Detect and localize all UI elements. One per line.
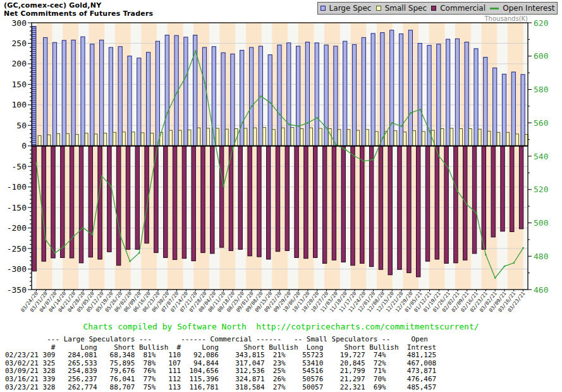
bar-large-spec [231, 54, 235, 145]
open-interest-marker [420, 109, 421, 110]
bar-commercial [126, 146, 130, 250]
left-axis-label: -350 [7, 285, 27, 295]
cot-chart: 300250200150100500-50-100-150-200-250-30… [0, 0, 562, 321]
bar-commercial [295, 146, 298, 258]
table-row: 03/16/21 339 256,237 76,041 77% 112 115,… [5, 376, 436, 384]
left-axis-label: -150 [7, 203, 27, 212]
left-axis-label: 100 [12, 100, 27, 109]
open-interest-marker [45, 239, 46, 240]
bar-small-spec [123, 132, 126, 146]
bar-large-spec [156, 41, 159, 146]
bar-small-spec [506, 132, 510, 145]
open-interest-marker [148, 195, 149, 197]
bar-small-spec [338, 130, 341, 146]
bar-large-spec [437, 44, 441, 146]
bar-commercial [398, 146, 401, 269]
bar-commercial [491, 146, 495, 237]
bar-small-spec [310, 128, 313, 146]
bar-commercial [417, 146, 420, 277]
bar-small-spec [375, 132, 378, 146]
right-axis-label: 580 [534, 85, 548, 94]
open-interest-marker [54, 252, 56, 254]
bar-small-spec [38, 136, 41, 146]
bar-small-spec [347, 130, 350, 146]
bar-large-spec [287, 43, 291, 146]
bar-large-spec [484, 58, 487, 146]
bar-large-spec [343, 41, 347, 146]
bar-commercial [425, 146, 429, 261]
bar-small-spec [291, 128, 294, 146]
open-interest-marker [251, 106, 252, 107]
bar-large-spec [390, 30, 394, 146]
bar-commercial [482, 146, 486, 250]
right-axis-label: 600 [534, 51, 548, 61]
bar-small-spec [216, 128, 219, 146]
open-interest-marker [475, 212, 477, 214]
bar-large-spec [100, 40, 104, 146]
bar-large-spec [137, 58, 141, 146]
bar-large-spec [446, 39, 450, 146]
bar-large-spec [118, 47, 122, 146]
bar-small-spec [357, 130, 360, 146]
footer-link[interactable]: http://cotpricecharts.com/commitmentscur… [256, 322, 479, 331]
left-axis-label: 200 [12, 59, 27, 68]
bar-commercial [360, 146, 364, 264]
bar-large-spec [455, 39, 459, 145]
bar-commercial [369, 146, 373, 267]
open-interest-marker [335, 144, 336, 145]
bar-large-spec [305, 42, 309, 146]
bar-small-spec [104, 133, 107, 146]
left-axis-label: -50 [12, 162, 27, 171]
bar-commercial [107, 146, 111, 252]
open-interest-marker [401, 125, 402, 126]
table-group-header-row: --- Large Speculators --- ------ Commerc… [5, 336, 436, 344]
bar-commercial [435, 146, 439, 259]
left-axis-label: 150 [12, 80, 27, 89]
table-row: 03/23/21 328 262,774 88,707 75% 113 116,… [5, 384, 436, 392]
left-axis-label: -200 [7, 223, 27, 233]
bar-commercial [32, 146, 36, 271]
bar-small-spec [319, 128, 322, 146]
bar-commercial [501, 146, 504, 231]
bar-small-spec [57, 133, 60, 146]
bar-commercial [257, 146, 261, 257]
open-interest-marker [504, 266, 505, 267]
bar-commercial [314, 146, 317, 258]
bar-large-spec [381, 33, 384, 146]
footer-text: Charts compiled by Software North [83, 322, 256, 331]
bar-commercial [267, 146, 271, 259]
open-interest-marker [120, 235, 121, 236]
bar-large-spec [109, 47, 113, 146]
bar-commercial [145, 146, 149, 243]
bar-commercial [379, 146, 382, 269]
bar-small-spec [47, 135, 51, 146]
bar-commercial [472, 146, 476, 254]
bar-commercial [238, 146, 242, 250]
bar-large-spec [90, 44, 94, 146]
bar-large-spec [521, 75, 525, 146]
bar-small-spec [272, 130, 276, 146]
bar-commercial [61, 146, 64, 258]
open-interest-marker [494, 277, 496, 278]
bar-small-spec [497, 132, 500, 145]
bar-large-spec [362, 37, 365, 145]
open-interest-marker [223, 185, 224, 187]
open-interest-marker [185, 75, 186, 77]
open-interest-marker [513, 262, 515, 264]
open-interest-marker [64, 245, 65, 247]
bar-commercial [173, 146, 176, 260]
open-interest-marker [176, 92, 177, 94]
bar-large-spec [52, 42, 56, 146]
bar-large-spec [465, 42, 468, 146]
open-interest-marker [241, 122, 243, 123]
left-axis-label: 250 [12, 39, 27, 48]
bar-large-spec [184, 37, 188, 146]
open-interest-marker [232, 147, 233, 149]
bar-commercial [79, 146, 83, 263]
open-interest-marker [82, 227, 83, 228]
bar-large-spec [502, 74, 506, 146]
right-axis-label: 540 [534, 152, 548, 161]
open-interest-marker [129, 260, 130, 262]
open-interest-marker [204, 82, 205, 83]
open-interest-marker [298, 125, 299, 126]
